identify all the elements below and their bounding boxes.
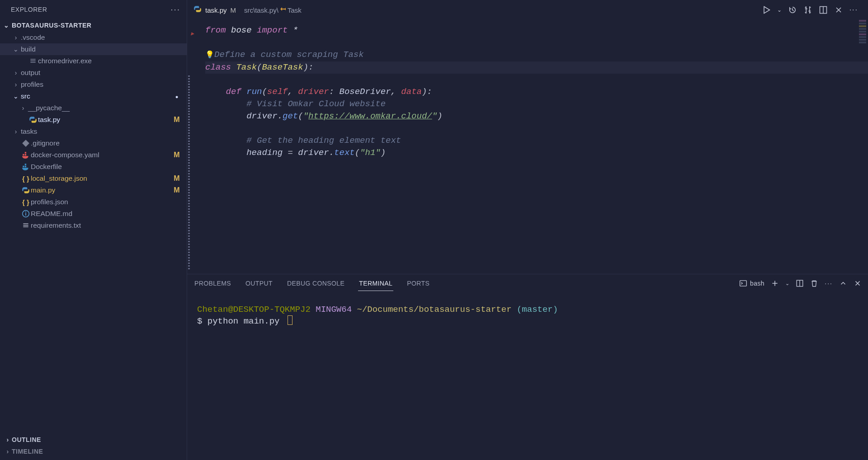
chevron-right-icon: ›: [18, 104, 28, 112]
file-requirements[interactable]: requirements.txt: [0, 220, 187, 231]
chevron-right-icon: ›: [11, 128, 21, 135]
collapse-marker-icon[interactable]: ▶: [191, 28, 194, 40]
file-task-py[interactable]: task.py M: [0, 114, 187, 126]
editor-tabbar: task.py M src\task.py\ Task ⌄ ···: [187, 0, 868, 20]
svg-point-11: [25, 211, 26, 212]
diff-icon[interactable]: [803, 5, 812, 14]
svg-rect-17: [740, 281, 747, 286]
folder-output[interactable]: › output: [0, 67, 187, 79]
file-dockerfile[interactable]: Dockerfile: [0, 161, 187, 173]
chevron-right-icon: ›: [11, 81, 21, 88]
svg-rect-14: [23, 226, 28, 227]
docker-icon: [21, 151, 31, 159]
tab-output[interactable]: OUTPUT: [245, 276, 274, 291]
editor-actions: ⌄ ···: [762, 5, 863, 14]
project-root[interactable]: ⌄ BOTASAURUS-STARTER: [0, 19, 187, 32]
svg-rect-8: [25, 164, 26, 165]
bottom-panel: PROBLEMS OUTPUT DEBUG CONSOLE TERMINAL P…: [187, 274, 868, 460]
explorer-more-icon[interactable]: ···: [170, 5, 180, 14]
tab-terminal[interactable]: TERMINAL: [358, 276, 393, 291]
code-editor[interactable]: ▶ from bose import * 💡Define a custom sc…: [187, 20, 868, 274]
more-icon[interactable]: ···: [825, 280, 833, 287]
chevron-right-icon: ›: [4, 448, 12, 455]
close-icon[interactable]: [834, 5, 843, 14]
more-icon[interactable]: ···: [849, 6, 858, 14]
explorer-title: EXPLORER: [11, 6, 47, 13]
file-readme[interactable]: README.md: [0, 208, 187, 220]
folder-build[interactable]: ⌄ build: [0, 43, 187, 55]
breadcrumb[interactable]: src\task.py\ Task: [242, 5, 302, 14]
svg-rect-13: [23, 225, 28, 225]
svg-rect-2: [30, 62, 35, 62]
json-icon: { }: [21, 198, 31, 206]
file-lines-icon: [28, 57, 38, 65]
lightbulb-icon[interactable]: 💡: [205, 51, 214, 59]
file-tree: › .vscode ⌄ build chromedriver.exe › out…: [0, 32, 187, 431]
svg-rect-10: [25, 213, 26, 216]
split-terminal-icon[interactable]: [796, 279, 804, 287]
run-dropdown-icon[interactable]: ⌄: [777, 7, 782, 13]
terminal-dropdown-icon[interactable]: ⌄: [785, 281, 789, 286]
file-profiles-json[interactable]: { } profiles.json: [0, 196, 187, 208]
folder-tasks[interactable]: › tasks: [0, 126, 187, 137]
svg-rect-5: [25, 152, 26, 153]
svg-rect-6: [23, 166, 24, 167]
tab-task-py[interactable]: task.py M: [187, 0, 242, 20]
python-icon: [21, 186, 31, 194]
file-gitignore[interactable]: .gitignore: [0, 137, 187, 149]
svg-rect-7: [25, 166, 26, 167]
explorer-sidebar: EXPLORER ··· ⌄ BOTASAURUS-STARTER › .vsc…: [0, 0, 187, 460]
timeline-section[interactable]: › TIMELINE: [4, 446, 183, 457]
folder-pycache[interactable]: › __pycache__: [0, 102, 187, 114]
folder-vscode[interactable]: › .vscode: [0, 32, 187, 43]
run-button[interactable]: [762, 5, 771, 14]
chevron-down-icon: ⌄: [11, 46, 21, 53]
file-main-py[interactable]: main.py M: [0, 184, 187, 196]
modified-dot-icon: [170, 92, 183, 100]
chevron-right-icon: ›: [4, 436, 12, 443]
file-local-storage[interactable]: { } local_storage.json M: [0, 173, 187, 184]
svg-rect-1: [30, 61, 35, 61]
terminal-cursor: [288, 315, 292, 325]
outline-section[interactable]: › OUTLINE: [4, 434, 183, 446]
panel-tabs: PROBLEMS OUTPUT DEBUG CONSOLE TERMINAL P…: [187, 274, 868, 292]
folder-src[interactable]: ⌄ src: [0, 90, 187, 102]
close-panel-icon[interactable]: [854, 279, 862, 287]
json-icon: { }: [21, 175, 31, 183]
file-chromedriver[interactable]: chromedriver.exe: [0, 55, 187, 67]
terminal[interactable]: Chetan@DESKTOP-TQKMPJ2 MINGW64 ~/Documen…: [187, 292, 868, 460]
file-docker-compose[interactable]: docker-compose.yaml M: [0, 149, 187, 161]
info-icon: [21, 210, 31, 218]
svg-rect-0: [30, 59, 35, 60]
python-icon: [193, 5, 202, 15]
terminal-shell-select[interactable]: bash: [739, 279, 764, 287]
project-name: BOTASAURUS-STARTER: [12, 22, 91, 29]
python-icon: [28, 116, 38, 124]
editor-area: task.py M src\task.py\ Task ⌄ ··· ▶: [187, 0, 868, 460]
chevron-up-icon[interactable]: [839, 279, 847, 287]
tab-problems[interactable]: PROBLEMS: [193, 276, 232, 291]
svg-rect-12: [23, 224, 28, 224]
folder-profiles[interactable]: › profiles: [0, 79, 187, 90]
split-icon[interactable]: [819, 5, 828, 14]
history-icon[interactable]: [788, 5, 797, 14]
git-icon: [21, 139, 31, 147]
chevron-right-icon: ›: [11, 69, 21, 76]
tab-ports[interactable]: PORTS: [406, 276, 430, 291]
new-terminal-button[interactable]: [771, 279, 779, 287]
chevron-down-icon: ⌄: [11, 93, 21, 100]
class-icon: [279, 5, 287, 14]
svg-rect-4: [25, 154, 26, 155]
docker-icon: [21, 163, 31, 171]
chevron-down-icon: ⌄: [4, 22, 12, 29]
minimap[interactable]: [859, 20, 866, 44]
file-lines-icon: [21, 221, 31, 230]
svg-rect-3: [23, 154, 24, 155]
tab-debug-console[interactable]: DEBUG CONSOLE: [286, 276, 345, 291]
trash-icon[interactable]: [810, 279, 818, 287]
chevron-right-icon: ›: [11, 34, 21, 41]
